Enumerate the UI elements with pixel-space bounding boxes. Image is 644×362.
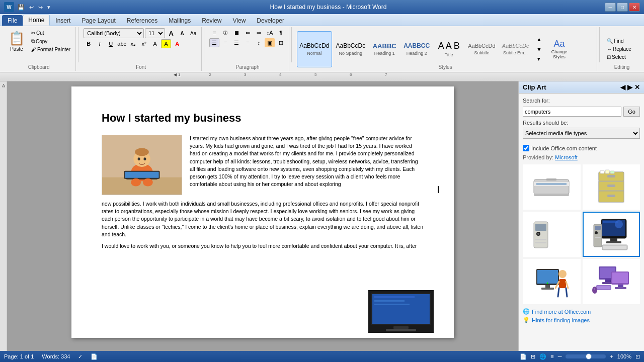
cut-button[interactable]: ✂Cut — [29, 29, 72, 37]
undo-quick-btn[interactable]: ↩ — [28, 4, 35, 11]
panel-close-icon[interactable]: ✕ — [634, 83, 640, 91]
tab-insert[interactable]: Insert — [50, 15, 76, 26]
style-nospacing-preview: AaBbCcDc — [336, 42, 366, 49]
zoom-slider[interactable] — [566, 354, 606, 358]
superscript-button[interactable]: x² — [139, 39, 149, 48]
style-normal-button[interactable]: AaBbCcDd Normal — [297, 31, 332, 67]
svg-rect-22 — [393, 326, 409, 329]
format-painter-button[interactable]: 🖌Format Painter — [29, 46, 72, 53]
panel-back-icon[interactable]: ◀ — [620, 83, 625, 91]
font-size-select[interactable]: 11 — [145, 28, 165, 38]
align-right-button[interactable]: ☰ — [231, 38, 242, 47]
view-icon-print[interactable]: 📄 — [520, 353, 527, 360]
close-button[interactable]: ✕ — [629, 3, 640, 12]
style-heading1-button[interactable]: AABBC Heading 1 — [369, 31, 399, 67]
find-more-text: Find more at Office.com — [532, 309, 591, 315]
go-button[interactable]: Go — [623, 107, 640, 117]
numbering-button[interactable]: ① — [220, 28, 230, 37]
style-heading2-button[interactable]: AABBCC Heading 2 — [401, 31, 432, 67]
font-shrink-button[interactable]: A — [177, 29, 187, 38]
strikethrough-button[interactable]: abc — [117, 39, 127, 48]
styles-down-button[interactable]: ▼ — [534, 45, 544, 54]
view-icon-web[interactable]: 🌐 — [539, 353, 546, 360]
highlight-button[interactable]: A — [161, 39, 171, 48]
style-nospacing-button[interactable]: AaBbCcDc No Spacing — [334, 31, 368, 67]
view-icon-draft[interactable]: ≡ — [550, 353, 553, 359]
restore-button[interactable]: □ — [617, 3, 628, 12]
shading-button[interactable]: ▣ — [265, 38, 275, 47]
tab-mailings[interactable]: Mailings — [163, 15, 196, 26]
document-page[interactable]: How I started my business — [71, 86, 454, 338]
fit-page-button[interactable]: ⊡ — [635, 353, 640, 360]
find-button[interactable]: 🔍Find — [605, 37, 633, 45]
styles-more-button[interactable]: ▾ — [534, 55, 544, 64]
style-subtitle-button[interactable]: AaBbCcDd Subtitle — [465, 31, 498, 67]
multilevel-button[interactable]: ≣ — [231, 28, 242, 37]
select-button[interactable]: ⊡Select — [605, 53, 633, 61]
styles-up-button[interactable]: ▲ — [534, 35, 544, 44]
ribbon-group-styles: AaBbCcDd Normal AaBbCcDc No Spacing AABB… — [294, 27, 597, 71]
dropdown-quick-btn[interactable]: ▾ — [46, 4, 52, 11]
tab-file[interactable]: File — [2, 15, 23, 26]
clip-item-3[interactable] — [523, 212, 581, 257]
style-subtle-button[interactable]: AaBbCcDc Subtle Em... — [500, 31, 532, 67]
replace-button[interactable]: ↔Replace — [605, 45, 633, 53]
zoom-plus-button[interactable]: + — [610, 353, 613, 359]
underline-button[interactable]: U — [106, 39, 116, 48]
clear-format-button[interactable]: Aa — [188, 29, 198, 38]
svg-rect-70 — [605, 280, 611, 282]
view-icon-full[interactable]: ⊞ — [531, 353, 535, 360]
copy-button[interactable]: ⧉Copy — [29, 37, 72, 45]
increase-indent-button[interactable]: ⇒ — [254, 28, 264, 37]
find-more-link[interactable]: 🌐 Find more at Office.com — [523, 308, 640, 315]
svg-point-48 — [615, 220, 623, 228]
track-changes-icon[interactable]: 📄 — [91, 353, 98, 360]
document-area[interactable]: How I started my business — [7, 81, 518, 351]
clip-item-6[interactable] — [583, 259, 640, 304]
save-quick-btn[interactable]: 💾 — [16, 4, 26, 11]
clip-item-5[interactable] — [523, 259, 581, 304]
minimize-button[interactable]: ─ — [605, 3, 616, 12]
justify-button[interactable]: ≡ — [243, 38, 253, 47]
style-title-button[interactable]: A A B Title — [434, 31, 464, 67]
tab-references[interactable]: References — [121, 15, 163, 26]
show-marks-button[interactable]: ¶ — [276, 28, 286, 37]
tab-view[interactable]: View — [227, 15, 252, 26]
font-family-select[interactable]: Calibri (Body) — [84, 28, 144, 38]
svg-rect-27 — [534, 194, 569, 196]
search-input[interactable] — [523, 107, 621, 117]
zoom-minus-button[interactable]: ─ — [558, 353, 562, 359]
bold-button[interactable]: B — [84, 39, 94, 48]
provider-link[interactable]: Microsoft — [555, 154, 578, 160]
words-status: Words: 334 — [42, 353, 70, 359]
font-grow-button[interactable]: A — [166, 29, 176, 38]
bullets-button[interactable]: ≡ — [209, 28, 219, 37]
font-color-button[interactable]: A — [172, 39, 182, 48]
text-effects-button[interactable]: A — [150, 39, 160, 48]
spell-check-icon[interactable]: ✓ — [78, 353, 83, 360]
hints-link[interactable]: 💡 Hints for finding images — [523, 317, 640, 323]
panel-forward-icon[interactable]: ▶ — [627, 83, 632, 91]
results-type-select[interactable]: Selected media file types — [523, 128, 640, 139]
paste-button[interactable]: 📋 Paste — [5, 29, 28, 53]
svg-point-4 — [135, 148, 149, 156]
italic-button[interactable]: I — [95, 39, 105, 48]
tab-developer[interactable]: Developer — [251, 15, 290, 26]
clip-item-1[interactable] — [523, 164, 581, 210]
clip-item-2[interactable] — [583, 164, 640, 210]
subscript-button[interactable]: x₂ — [128, 39, 138, 48]
borders-button[interactable]: ⊞ — [276, 38, 286, 47]
line-spacing-button[interactable]: ↕ — [254, 38, 264, 47]
redo-quick-btn[interactable]: ↪ — [37, 4, 44, 11]
sort-button[interactable]: ↕A — [265, 28, 275, 37]
include-checkbox[interactable] — [523, 145, 529, 151]
decrease-indent-button[interactable]: ⇐ — [243, 28, 253, 37]
tab-home[interactable]: Home — [23, 15, 50, 26]
clip-item-4[interactable] — [583, 212, 640, 257]
change-styles-button[interactable]: Aa ChangeStyles — [546, 36, 572, 62]
align-left-button[interactable]: ☰ — [209, 38, 219, 47]
tab-review[interactable]: Review — [196, 15, 227, 26]
tab-page-layout[interactable]: Page Layout — [76, 15, 121, 26]
svg-line-65 — [566, 282, 568, 288]
align-center-button[interactable]: ≡ — [220, 38, 230, 47]
